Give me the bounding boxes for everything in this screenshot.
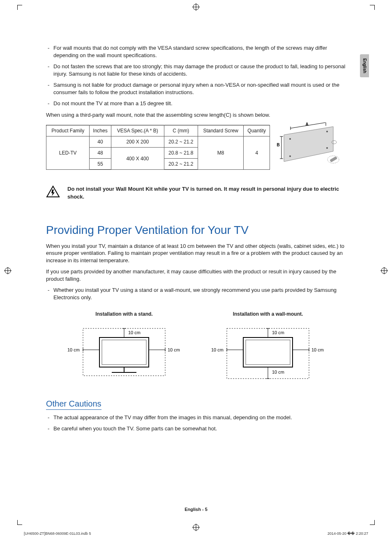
ventilation-recommendation-list: Whether you install your TV using a stan… (46, 287, 346, 301)
other-cautions-list: The actual appearance of the TV may diff… (46, 414, 346, 432)
svg-point-16 (326, 147, 328, 149)
cell-vesa: 400 X 400 (111, 148, 164, 170)
th-product-family: Product Family (46, 125, 90, 136)
list-item: Samsung is not liable for product damage… (53, 81, 346, 96)
registration-mark-left (4, 267, 12, 276)
svg-text:10 cm: 10 cm (128, 330, 141, 335)
svg-point-13 (289, 138, 291, 140)
mount-plate-diagram: A B (276, 122, 341, 168)
shock-warning: Do not install your Wall Mount Kit while… (46, 185, 346, 200)
caution-list: For wall mounts that do not comply with … (46, 44, 346, 107)
screw-length-note: When using a third-party wall mount, not… (46, 111, 346, 119)
warning-icon (46, 185, 60, 199)
cell-family: LED-TV (46, 136, 90, 170)
install-stand-block: Installation with a stand. 10 cm (62, 311, 186, 383)
section-heading-other-cautions: Other Cautions (46, 399, 101, 410)
cell-screw: M8 (198, 136, 244, 170)
registration-mark-right (380, 267, 388, 276)
list-item: Do not fasten the screws that are too st… (53, 63, 346, 77)
ventilation-paragraph-2: If you use parts provided by another man… (46, 268, 346, 282)
cell-inches: 48 (90, 148, 111, 159)
language-tab-label: English (362, 58, 367, 73)
svg-text:10 cm: 10 cm (311, 347, 324, 352)
ventilation-paragraph-1: When you install your TV, maintain a dis… (46, 243, 346, 264)
svg-text:10 cm: 10 cm (211, 347, 224, 352)
svg-text:10 cm: 10 cm (168, 347, 180, 352)
install-stand-caption: Installation with a stand. (62, 311, 186, 317)
svg-marker-12 (284, 127, 333, 162)
th-c-mm: C (mm) (164, 125, 198, 136)
imprint-filename: [UH6500-ZT]BN68-06009E-01L03.indb 5 (24, 531, 91, 536)
svg-point-14 (326, 131, 328, 132)
cell-inches: 55 (90, 159, 111, 170)
imprint-line: [UH6500-ZT]BN68-06009E-01L03.indb 5 2014… (24, 531, 368, 536)
svg-rect-30 (99, 337, 149, 367)
svg-text:10 cm: 10 cm (272, 370, 284, 374)
vesa-spec-table: Product Family Inches VESA Spec.(A * B) … (46, 125, 270, 170)
list-item: Whether you install your TV using a stan… (53, 287, 346, 301)
th-qty: Quantity (244, 125, 270, 136)
svg-rect-31 (102, 340, 146, 365)
svg-rect-48 (243, 337, 293, 367)
th-screw: Standard Screw (198, 125, 244, 136)
page-footer: English - 5 (0, 507, 392, 512)
svg-rect-49 (246, 340, 290, 365)
cell-qty: 4 (244, 136, 270, 170)
th-vesa: VESA Spec.(A * B) (111, 125, 164, 136)
svg-rect-27 (330, 156, 337, 162)
svg-text:10 cm: 10 cm (67, 347, 80, 352)
install-wall-block: Installation with a wall-mount. 10 cm 10… (206, 311, 330, 383)
section-heading-ventilation: Providing Proper Ventilation for Your TV (46, 224, 346, 237)
svg-point-15 (289, 155, 291, 157)
imprint-datetime: 2014-05-20 �� 2:20:27 (327, 531, 368, 536)
svg-text:A: A (305, 122, 308, 127)
th-inches: Inches (90, 125, 111, 136)
cell-c: 20.8 ~ 21.8 (164, 148, 198, 159)
cell-inches: 40 (90, 136, 111, 148)
svg-text:10 cm: 10 cm (272, 330, 284, 335)
svg-text:B: B (277, 143, 279, 147)
page-content: For wall mounts that do not comply with … (46, 44, 346, 437)
language-tab: English (360, 54, 369, 77)
list-item: Be careful when you touch the TV. Some p… (53, 425, 346, 432)
install-wall-diagram: 10 cm 10 cm 10 cm 10 cm (206, 321, 330, 383)
list-item: The actual appearance of the TV may diff… (53, 414, 346, 421)
list-item: Do not mount the TV at more than a 15 de… (53, 100, 346, 107)
registration-mark-top (192, 3, 200, 13)
cell-c: 20.2 ~ 21.2 (164, 136, 198, 148)
cell-c: 20.2 ~ 21.2 (164, 159, 198, 170)
warning-text: Do not install your Wall Mount Kit while… (67, 185, 346, 200)
cell-vesa: 200 X 200 (111, 136, 164, 148)
list-item: For wall mounts that do not comply with … (53, 44, 346, 59)
install-stand-diagram: 10 cm 10 cm 10 cm (62, 321, 186, 383)
install-wall-caption: Installation with a wall-mount. (206, 311, 330, 317)
